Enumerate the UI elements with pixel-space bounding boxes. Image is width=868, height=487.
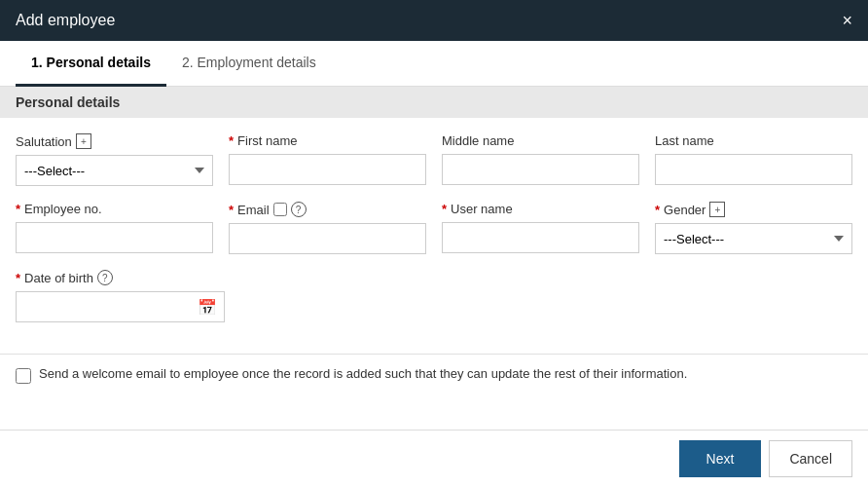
dob-required-star: * xyxy=(16,271,20,285)
first-name-required-star: * xyxy=(229,133,234,148)
gender-required-star: * xyxy=(655,203,660,217)
modal-footer: Next Cancel xyxy=(0,430,868,487)
user-name-label: * User name xyxy=(442,202,639,216)
email-label: * Email ? xyxy=(229,202,426,217)
email-help-icon[interactable]: ? xyxy=(291,202,307,217)
employee-no-group: * Employee no. xyxy=(16,202,213,254)
first-name-label: * First name xyxy=(229,133,426,148)
employee-no-label: * Employee no. xyxy=(16,202,213,216)
middle-name-group: Middle name xyxy=(442,133,639,186)
user-name-input[interactable] xyxy=(442,222,639,253)
dob-group: * Date of birth ? 📅 xyxy=(16,270,225,322)
add-employee-modal: Add employee × 1. Personal details 2. Em… xyxy=(0,0,868,487)
first-name-input[interactable] xyxy=(229,154,426,185)
middle-name-input[interactable] xyxy=(442,154,639,185)
employee-no-required-star: * xyxy=(16,202,20,216)
last-name-label: Last name xyxy=(655,133,852,148)
dob-help-icon[interactable]: ? xyxy=(97,270,113,285)
middle-name-label: Middle name xyxy=(442,133,639,148)
form-row-1: Salutation + ---Select--- Mr Mrs Ms Dr *… xyxy=(16,133,852,186)
salutation-label: Salutation + xyxy=(16,133,213,149)
gender-group: * Gender + ---Select--- Male Female Othe… xyxy=(655,202,852,254)
dob-input[interactable] xyxy=(16,291,225,322)
modal-tabs: 1. Personal details 2. Employment detail… xyxy=(0,41,868,87)
last-name-input[interactable] xyxy=(655,154,852,185)
first-name-group: * First name xyxy=(229,133,426,186)
welcome-email-label: Send a welcome email to employee once th… xyxy=(39,366,687,381)
salutation-add-icon[interactable]: + xyxy=(76,133,91,149)
dob-input-wrapper: 📅 xyxy=(16,291,225,322)
tab-personal-details[interactable]: 1. Personal details xyxy=(16,41,166,87)
email-checkbox-wrapper xyxy=(273,203,287,216)
form-row-2: * Employee no. * Email ? xyxy=(16,202,852,254)
gender-label: * Gender + xyxy=(655,202,852,217)
modal-title: Add employee xyxy=(16,12,115,29)
dob-label: * Date of birth ? xyxy=(16,270,225,285)
welcome-email-checkbox[interactable] xyxy=(16,368,31,384)
salutation-group: Salutation + ---Select--- Mr Mrs Ms Dr xyxy=(16,133,213,186)
email-input[interactable] xyxy=(229,223,426,254)
cancel-button[interactable]: Cancel xyxy=(769,440,852,477)
close-button[interactable]: × xyxy=(842,12,852,29)
last-name-group: Last name xyxy=(655,133,852,186)
form-area: Salutation + ---Select--- Mr Mrs Ms Dr *… xyxy=(0,118,868,354)
user-name-required-star: * xyxy=(442,202,447,216)
email-checkbox[interactable] xyxy=(273,203,287,216)
employee-no-input[interactable] xyxy=(16,222,213,253)
gender-select[interactable]: ---Select--- Male Female Other xyxy=(655,223,852,254)
salutation-select[interactable]: ---Select--- Mr Mrs Ms Dr xyxy=(16,155,213,186)
email-group: * Email ? xyxy=(229,202,426,254)
tab-employment-details[interactable]: 2. Employment details xyxy=(166,41,332,87)
modal-body: Personal details Salutation + ---Select-… xyxy=(0,87,868,430)
user-name-group: * User name xyxy=(442,202,639,254)
section-header: Personal details xyxy=(0,87,868,118)
form-row-3: * Date of birth ? 📅 xyxy=(16,270,852,322)
gender-add-icon[interactable]: + xyxy=(709,202,725,217)
welcome-email-row: Send a welcome email to employee once th… xyxy=(0,354,868,395)
modal-header: Add employee × xyxy=(0,0,868,41)
next-button[interactable]: Next xyxy=(679,440,762,477)
email-required-star: * xyxy=(229,203,234,217)
